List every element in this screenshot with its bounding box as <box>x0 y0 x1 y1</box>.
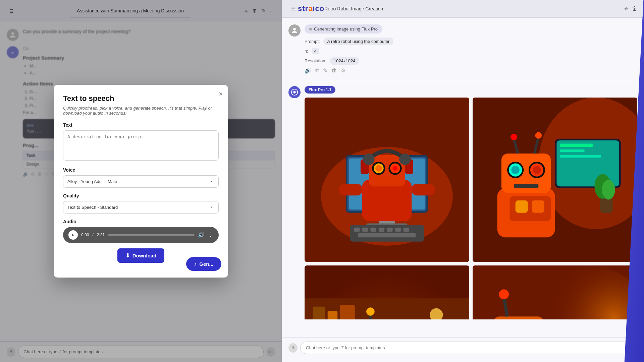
text-to-speech-modal: × Text to speech Quickly proofread, pick… <box>54 85 228 278</box>
svg-rect-22 <box>339 184 362 195</box>
audio-more-icon[interactable]: ⋮ <box>208 232 213 238</box>
resolution-label: Resolution: <box>305 58 326 63</box>
prompt-label: Prompt: <box>305 39 320 44</box>
modal-title: Text to speech <box>63 94 219 103</box>
svg-rect-55 <box>532 200 544 213</box>
settings-icon-top[interactable]: ⚙ <box>341 67 345 74</box>
svg-rect-64 <box>340 305 355 319</box>
right-sidebar-toggle[interactable]: ☰ <box>288 4 298 13</box>
current-time: 0:00 <box>81 233 89 237</box>
svg-rect-37 <box>560 143 593 147</box>
image-4[interactable] <box>473 265 637 319</box>
resolution-row: Resolution: 1024x1024 <box>305 57 393 65</box>
svg-rect-62 <box>313 307 325 319</box>
ai-image-avatar <box>288 86 301 98</box>
n-row: n: 4 <box>305 48 393 54</box>
modal-close-button[interactable]: × <box>219 90 223 98</box>
flux-badge: Flux Pro 1.1 <box>305 86 335 94</box>
svg-rect-102 <box>493 316 544 319</box>
svg-rect-52 <box>514 184 539 188</box>
download-icon: ⬇ <box>125 252 130 259</box>
right-logo: straico <box>298 4 324 13</box>
image-3[interactable] <box>305 265 469 319</box>
svg-point-48 <box>511 166 520 174</box>
voice-select[interactable]: Alloy - Young Adult - Male <box>63 175 219 188</box>
modal-subtitle: Quickly proofread, pick a voice, and gen… <box>63 106 219 116</box>
audio-player: ▶ 0:00 / 2:31 🔊 ⋮ <box>63 227 219 243</box>
svg-rect-30 <box>395 228 401 232</box>
prompt-row: Prompt: A retro robot using the computer <box>305 38 393 45</box>
svg-rect-39 <box>560 155 601 158</box>
top-action-icons: 🔊 ⧉ ✎ 🗑 ⚙ <box>305 67 393 74</box>
play-icon: ▶ <box>72 233 74 237</box>
right-user-message: Generating image using Flux Pro Prompt: … <box>288 24 637 76</box>
svg-rect-25 <box>354 228 360 232</box>
right-chat-area: Generating image using Flux Pro Prompt: … <box>282 18 644 319</box>
status-dot <box>309 28 312 31</box>
resolution-value: 1024x1024 <box>330 57 359 65</box>
svg-point-45 <box>535 132 542 139</box>
volume-icon[interactable]: 🔊 <box>198 232 205 238</box>
ai-image-response: Flux Pro 1.1 <box>288 86 637 319</box>
svg-rect-26 <box>362 228 368 232</box>
svg-point-21 <box>399 154 411 165</box>
right-mic-icon[interactable] <box>288 343 298 353</box>
text-textarea[interactable] <box>63 130 219 161</box>
text-label: Text <box>63 122 219 128</box>
quality-select[interactable]: Text to Speech - Standard <box>63 201 219 214</box>
right-chat-input[interactable] <box>300 342 637 354</box>
status-badge: Generating image using Flux Pro <box>305 24 382 34</box>
svg-rect-63 <box>328 311 337 319</box>
quality-label: Quality <box>63 193 219 198</box>
svg-point-43 <box>511 134 517 140</box>
generate-icon: ♪ <box>194 261 197 267</box>
generate-button[interactable]: ♪ Gen... <box>186 257 221 271</box>
svg-point-104 <box>499 289 509 299</box>
svg-rect-36 <box>556 140 619 186</box>
voice-label: Voice <box>63 167 219 173</box>
image-2[interactable] <box>473 98 637 262</box>
svg-rect-27 <box>370 228 376 232</box>
svg-rect-31 <box>404 228 409 232</box>
total-time: 2:31 <box>97 233 105 237</box>
svg-point-14 <box>375 165 382 172</box>
right-panel: ☰ straico Retro Robot Image Creation ⎆ 🗑… <box>282 0 644 362</box>
svg-rect-29 <box>387 228 393 232</box>
right-logo-container: straico <box>298 4 324 13</box>
right-user-avatar <box>288 24 301 37</box>
n-value: 4 <box>312 48 319 54</box>
left-panel: ☰ Assistance with Summarizing a Meeting … <box>0 0 282 362</box>
edit-icon-top[interactable]: ✎ <box>323 67 327 74</box>
sound-icon-top[interactable]: 🔊 <box>305 67 311 74</box>
right-user-content: Generating image using Flux Pro Prompt: … <box>305 24 393 76</box>
audio-label: Audio <box>63 219 219 224</box>
image-1[interactable] <box>305 98 469 262</box>
right-header-actions: ⎆ 🗑 <box>625 6 637 12</box>
svg-rect-54 <box>516 200 528 213</box>
right-delete-icon[interactable]: 🗑 <box>632 6 637 12</box>
right-chat-input-area: 0/1,000 <box>282 337 644 362</box>
svg-rect-32 <box>358 233 416 237</box>
svg-point-17 <box>393 166 398 171</box>
svg-point-20 <box>363 154 374 165</box>
audio-progress-bar[interactable] <box>108 234 195 236</box>
status-text: Generating image using Flux Pro <box>314 26 378 32</box>
svg-point-58 <box>602 180 615 200</box>
copy-icon-top[interactable]: ⧉ <box>315 67 319 74</box>
right-share-icon[interactable]: ⎆ <box>625 6 628 12</box>
svg-rect-23 <box>412 184 435 195</box>
svg-rect-28 <box>379 228 384 232</box>
n-label: n: <box>305 49 308 54</box>
delete-icon-top[interactable]: 🗑 <box>331 67 337 74</box>
modal-overlay: × Text to speech Quickly proofread, pick… <box>0 0 282 362</box>
svg-point-51 <box>533 166 541 174</box>
prompt-value: A retro robot using the computer <box>323 38 394 45</box>
svg-point-81 <box>366 307 375 316</box>
right-input-row <box>288 342 637 354</box>
time-separator: / <box>92 233 93 237</box>
image-grid <box>305 98 637 319</box>
char-count: 0/1,000 <box>288 355 637 359</box>
download-button[interactable]: ⬇ Download <box>117 248 165 263</box>
right-header: ☰ straico Retro Robot Image Creation ⎆ 🗑 <box>282 0 644 18</box>
play-button[interactable]: ▶ <box>68 230 78 240</box>
